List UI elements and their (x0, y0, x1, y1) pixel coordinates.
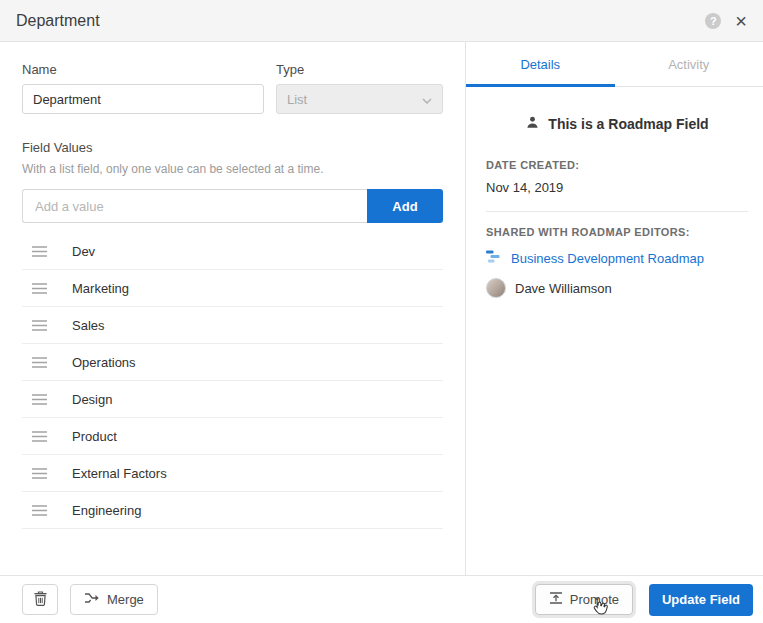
promote-button-label: Promote (570, 592, 619, 607)
drag-handle-icon[interactable] (32, 431, 50, 442)
field-value-label: Design (72, 392, 112, 407)
field-value-row: Dev (22, 233, 443, 270)
trash-icon (34, 591, 47, 609)
promote-icon (549, 591, 563, 608)
add-value-button[interactable]: Add (367, 189, 443, 223)
avatar (486, 278, 506, 298)
details-divider (486, 211, 748, 212)
roadmap-link[interactable]: Business Development Roadmap (511, 251, 704, 266)
field-value-label: Engineering (72, 503, 141, 518)
date-created-value: Nov 14, 2019 (486, 180, 748, 195)
roadmap-field-heading: This is a Roadmap Field (486, 115, 748, 132)
drag-handle-icon[interactable] (32, 468, 50, 479)
field-value-label: Sales (72, 318, 105, 333)
type-select: List (276, 84, 443, 114)
field-value-label: External Factors (72, 466, 167, 481)
date-created-label: DATE CREATED: (486, 159, 748, 171)
drag-handle-icon[interactable] (32, 394, 50, 405)
drag-handle-icon[interactable] (32, 283, 50, 294)
field-value-row: Marketing (22, 270, 443, 307)
tab-details[interactable]: Details (466, 42, 615, 86)
field-value-label: Marketing (72, 281, 129, 296)
field-value-row: Operations (22, 344, 443, 381)
modal-header: Department ? × (0, 0, 763, 42)
field-values-label: Field Values (22, 140, 443, 155)
chevron-down-icon (422, 92, 432, 107)
name-type-row: Name Type List (22, 62, 443, 114)
roadmap-icon (486, 250, 502, 266)
details-panel: Details Activity This is a Roadmap Field… (466, 42, 763, 575)
department-field-modal: Department ? × Name Type List (0, 0, 763, 623)
roadmap-field-heading-text: This is a Roadmap Field (548, 116, 708, 132)
details-content: This is a Roadmap Field DATE CREATED: No… (466, 115, 763, 298)
drag-handle-icon[interactable] (32, 320, 50, 331)
field-values-list: Dev Marketing Sales Operations Design Pr… (22, 233, 443, 529)
roadmap-editor-row: Dave Williamson (486, 278, 748, 298)
detail-tabs: Details Activity (466, 42, 763, 87)
drag-handle-icon[interactable] (32, 505, 50, 516)
editor-name: Dave Williamson (515, 281, 612, 296)
promote-button[interactable]: Promote (535, 584, 633, 615)
type-field-group: Type List (276, 62, 443, 114)
drag-handle-icon[interactable] (32, 357, 50, 368)
field-value-label: Operations (72, 355, 136, 370)
name-field-group: Name (22, 62, 264, 114)
field-value-row: Engineering (22, 492, 443, 529)
type-select-value: List (287, 92, 307, 107)
modal-footer: Merge Promote Update Field (0, 575, 763, 623)
tab-activity[interactable]: Activity (615, 42, 763, 86)
delete-field-button[interactable] (22, 584, 58, 615)
merge-button-label: Merge (107, 592, 144, 607)
field-value-row: Sales (22, 307, 443, 344)
help-icon[interactable]: ? (705, 13, 721, 29)
field-value-row: Design (22, 381, 443, 418)
field-value-row: Product (22, 418, 443, 455)
type-label: Type (276, 62, 443, 77)
close-icon[interactable]: × (735, 11, 747, 31)
name-input[interactable] (22, 84, 264, 114)
field-edit-panel: Name Type List Field Values With a list … (0, 42, 465, 575)
roadmap-field-icon (525, 115, 540, 132)
field-value-label: Dev (72, 244, 95, 259)
shared-roadmap-row: Business Development Roadmap (486, 250, 748, 266)
modal-title: Department (16, 12, 100, 30)
drag-handle-icon[interactable] (32, 246, 50, 257)
field-value-label: Product (72, 429, 117, 444)
merge-icon (84, 592, 100, 607)
field-value-row: External Factors (22, 455, 443, 492)
add-value-input[interactable] (22, 189, 367, 223)
modal-body: Name Type List Field Values With a list … (0, 42, 763, 575)
shared-with-label: SHARED WITH ROADMAP EDITORS: (486, 226, 748, 238)
name-label: Name (22, 62, 264, 77)
add-value-row: Add (22, 189, 443, 223)
update-field-button[interactable]: Update Field (649, 584, 753, 616)
merge-button[interactable]: Merge (70, 584, 158, 615)
field-values-helper: With a list field, only one value can be… (22, 162, 443, 176)
